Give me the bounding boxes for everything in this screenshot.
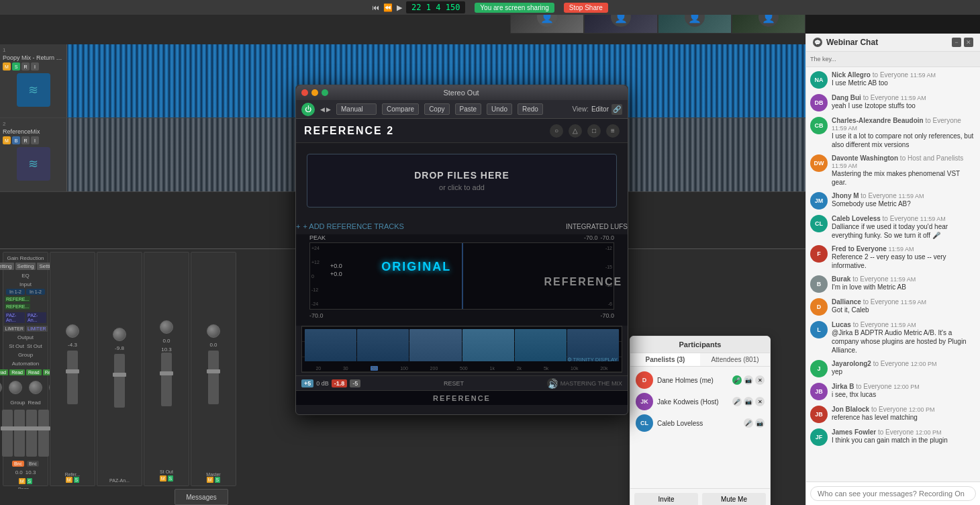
record-button-1[interactable]: R xyxy=(21,62,30,71)
preset-dropdown[interactable]: Manual xyxy=(336,103,377,115)
redo-button[interactable]: Redo xyxy=(518,103,543,115)
chat-close-icon[interactable]: ✕ xyxy=(964,38,973,47)
freq-20: 20 xyxy=(315,366,321,371)
panelists-tab[interactable]: Panelists (3) xyxy=(630,353,700,366)
reset-button[interactable]: RESET xyxy=(444,380,464,387)
circle-icon-2[interactable]: △ xyxy=(569,124,582,138)
stop-share-button[interactable]: Stop Share xyxy=(564,3,608,13)
attendees-tab[interactable]: Attendees (801) xyxy=(700,353,770,366)
view-label: View: xyxy=(573,105,589,113)
cam-icon-3[interactable]: 📷 xyxy=(755,418,765,428)
add-icon: + xyxy=(296,222,300,230)
audio-icon-1: ≋ xyxy=(28,83,38,97)
ms-s-btn-4[interactable]: S xyxy=(168,475,174,481)
level-btn-minus5[interactable]: -5 xyxy=(350,379,360,387)
ms-s-btn-2[interactable]: S xyxy=(74,477,80,483)
more-icon-1[interactable]: ✕ xyxy=(755,375,765,385)
mute-me-button[interactable]: Mute Me xyxy=(702,493,766,505)
cam-icon-1[interactable]: 📷 xyxy=(744,375,753,385)
undo-button[interactable]: Undo xyxy=(487,103,512,115)
circle-icon-1[interactable]: ○ xyxy=(550,124,563,138)
pan-knob-3[interactable] xyxy=(113,328,126,341)
input-button-2[interactable]: I xyxy=(31,136,39,144)
avatar-f: F xyxy=(810,245,828,263)
fader-4[interactable] xyxy=(38,410,49,457)
mic-icon-2[interactable]: 🎤 xyxy=(732,397,742,406)
participants-header: Participants xyxy=(630,336,770,353)
participant-name-1: Dane Holmes (me) xyxy=(657,377,728,384)
drop-text-main: DROP FILES HERE xyxy=(414,170,509,181)
group-label: Group xyxy=(18,352,33,358)
setting-btn-1[interactable]: Setting xyxy=(0,263,14,270)
pan-knob-2[interactable] xyxy=(66,324,79,338)
avatar-d2: D xyxy=(810,298,828,316)
close-button[interactable] xyxy=(301,89,308,96)
solo-button-1[interactable]: S xyxy=(12,62,20,71)
drop-files-area[interactable]: DROP FILES HERE or click to add xyxy=(307,154,617,208)
group-btn[interactable]: Group xyxy=(10,400,25,406)
setting-btn-2[interactable]: Setting xyxy=(15,263,36,270)
paste-button[interactable]: Paste xyxy=(455,103,482,115)
record-button-2[interactable]: R xyxy=(21,136,30,144)
ms-s-btn[interactable]: S xyxy=(27,478,33,484)
circle-icon-3[interactable]: □ xyxy=(587,124,601,138)
mute-button-2[interactable]: M xyxy=(3,136,11,144)
messages-button[interactable]: Messages xyxy=(175,489,228,505)
read-btn-1[interactable]: Read xyxy=(0,369,8,375)
ms-m-btn-5[interactable]: M xyxy=(207,477,213,483)
channel-strip-2: -4.3 Refer... M S xyxy=(50,252,95,486)
fader-3[interactable] xyxy=(26,410,37,457)
level-btn-minus18[interactable]: -1.8 xyxy=(332,379,348,387)
ms-m-btn-4[interactable]: M xyxy=(160,475,166,481)
menu-icon[interactable]: ≡ xyxy=(606,124,620,138)
ms-m-btn[interactable]: M xyxy=(19,478,26,484)
chat-intro: The key... xyxy=(806,52,980,67)
send-knob-3[interactable] xyxy=(29,381,42,394)
maximize-button[interactable] xyxy=(322,89,328,96)
pan-value-1: 0.0 xyxy=(15,469,23,475)
level-btn-plus5[interactable]: +5 xyxy=(301,379,313,387)
power-button[interactable]: ⏻ xyxy=(301,103,315,116)
fader-1[interactable] xyxy=(2,410,13,457)
mic-icon-3[interactable]: 🎤 xyxy=(744,418,753,428)
read-group-btn[interactable]: Read xyxy=(28,400,41,406)
read-btn-3[interactable]: Read xyxy=(26,369,42,375)
add-reference-tracks[interactable]: + + ADD REFERENCE TRACKS INTEGRATED LUFS xyxy=(296,218,628,234)
bus-button-2[interactable]: B xyxy=(12,136,20,144)
compare-button[interactable]: Compare xyxy=(382,103,419,115)
mute-button-1[interactable]: M xyxy=(3,62,11,71)
send-knob-2[interactable] xyxy=(9,381,22,394)
trinity-display-button[interactable]: ⚙ TRINITY DISPLAY xyxy=(567,357,618,363)
fader-strip-2[interactable] xyxy=(67,351,78,404)
fader-2[interactable] xyxy=(14,410,25,457)
more-icon-2[interactable]: ✕ xyxy=(755,397,765,406)
lufs-right: -70.0 xyxy=(600,234,614,241)
read-btn-2[interactable]: Read xyxy=(9,369,25,375)
mic-icon-1[interactable]: 🎤 xyxy=(732,375,742,385)
fader-strip-5[interactable] xyxy=(208,351,219,404)
ms-s-btn-5[interactable]: S xyxy=(215,477,221,483)
pan-knob-4[interactable] xyxy=(160,320,173,334)
chat-minimize-icon[interactable]: − xyxy=(952,38,961,47)
msg-text-14: I think you can gain match in the plugin xyxy=(832,436,976,445)
eq-label: EQ xyxy=(21,273,30,279)
track-info-2: 2 ReferenceMix M B R I ≋ xyxy=(0,118,67,191)
cam-icon-2[interactable]: 📷 xyxy=(744,397,753,406)
copy-button[interactable]: Copy xyxy=(424,103,449,115)
input-button-1[interactable]: I xyxy=(31,62,39,71)
send-knob-1[interactable] xyxy=(0,381,2,394)
minimize-button[interactable] xyxy=(311,89,318,96)
chat-input[interactable] xyxy=(810,486,976,501)
transport-play[interactable]: ▶ xyxy=(397,3,402,12)
invite-button[interactable]: Invite xyxy=(634,493,698,505)
msg-text-8: I'm in love with Metric AB xyxy=(832,283,976,291)
link-icon[interactable]: 🔗 xyxy=(611,104,622,115)
transport-back[interactable]: ⏪ xyxy=(383,3,393,12)
peak-label: PEAK xyxy=(309,234,326,241)
pan-knob-5[interactable] xyxy=(207,324,220,338)
fader-strip-3[interactable] xyxy=(114,354,125,408)
avatar-na: NA xyxy=(810,71,828,89)
fader-strip-4[interactable] xyxy=(161,353,172,406)
transport-rewind[interactable]: ⏮ xyxy=(372,3,379,11)
ms-m-btn-2[interactable]: M xyxy=(66,477,72,483)
